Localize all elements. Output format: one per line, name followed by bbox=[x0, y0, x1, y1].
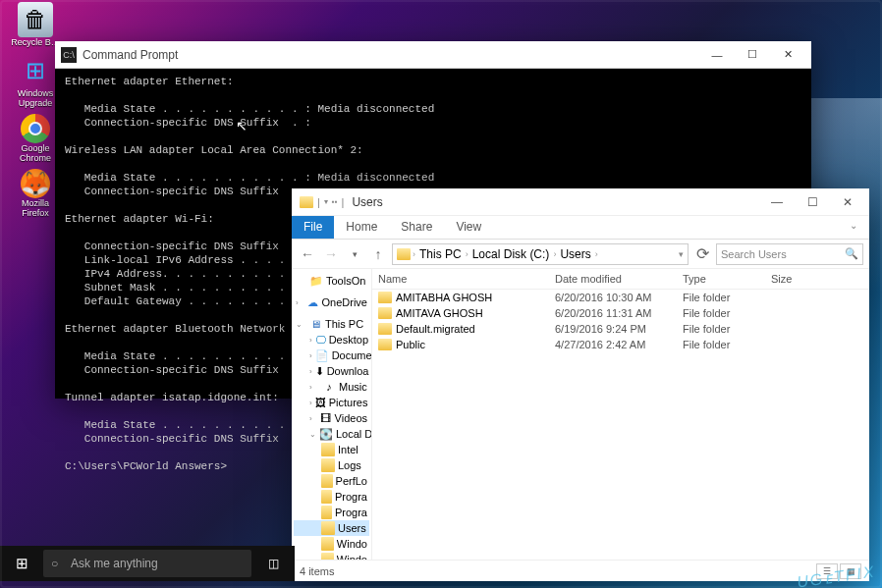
view-details-button[interactable]: ☰ bbox=[816, 563, 838, 579]
close-button[interactable]: ✕ bbox=[770, 41, 805, 69]
chevron-right-icon[interactable]: › bbox=[553, 249, 556, 259]
breadcrumb-folder-icon bbox=[397, 248, 411, 260]
status-text: 4 items bbox=[300, 565, 334, 577]
ribbon-expand-icon[interactable]: ⌄ bbox=[838, 216, 869, 239]
file-type: File folder bbox=[683, 339, 771, 350]
column-size[interactable]: Size bbox=[771, 273, 830, 285]
close-button[interactable]: ✕ bbox=[830, 188, 865, 216]
tree-progra1[interactable]: Progra bbox=[294, 489, 369, 505]
file-date: 6/19/2016 9:24 PM bbox=[555, 323, 683, 335]
explorer-titlebar[interactable]: | ▾ ▪▪ | Users — ☐ ✕ bbox=[292, 188, 869, 216]
task-view-button[interactable]: ◫ bbox=[253, 546, 293, 581]
tree-toolson[interactable]: 📁ToolsOn bbox=[294, 273, 369, 289]
start-button[interactable]: ⊞ bbox=[2, 546, 41, 581]
maximize-button[interactable]: ☐ bbox=[795, 188, 830, 216]
qat-more-icon[interactable]: ▪▪ bbox=[332, 197, 338, 206]
search-input[interactable]: Search Users 🔍 bbox=[716, 243, 863, 265]
tree-downloads[interactable]: ›⬇Downloa bbox=[294, 363, 369, 379]
command-prompt-titlebar[interactable]: C:\ Command Prompt — ☐ ✕ bbox=[55, 41, 811, 69]
ribbon-tabs: File Home Share View ⌄ bbox=[292, 216, 869, 240]
window-title: Command Prompt bbox=[83, 48, 178, 62]
tab-share[interactable]: Share bbox=[389, 216, 444, 239]
breadcrumb-dropdown-icon[interactable]: ▾ bbox=[679, 249, 684, 259]
tree-music[interactable]: ›♪Music bbox=[294, 379, 369, 395]
tree-progra2[interactable]: Progra bbox=[294, 505, 369, 520]
cmd-icon: C:\ bbox=[61, 47, 77, 63]
qat-dropdown-icon[interactable]: ▾ bbox=[324, 197, 328, 206]
tree-videos[interactable]: ›🎞Videos bbox=[294, 410, 369, 426]
taskbar[interactable]: ⊞ ○ Ask me anything ◫ bbox=[0, 546, 295, 581]
chevron-right-icon[interactable]: › bbox=[466, 249, 469, 259]
tree-logs[interactable]: Logs bbox=[294, 457, 369, 473]
breadcrumb-users[interactable]: Users bbox=[558, 247, 592, 261]
tree-label: This PC bbox=[325, 318, 363, 330]
navigation-tree[interactable]: 📁ToolsOn ›☁OneDrive ⌄🖥This PC ›🖵Desktop … bbox=[292, 269, 372, 560]
file-date: 6/20/2016 11:31 AM bbox=[555, 307, 683, 319]
tree-windo1[interactable]: Windo bbox=[294, 536, 369, 552]
window-controls: — ☐ ✕ bbox=[699, 41, 805, 69]
column-name[interactable]: Name bbox=[378, 273, 555, 285]
cortana-search[interactable]: ○ Ask me anything bbox=[43, 550, 251, 577]
status-bar: 4 items ☰ ▦ bbox=[292, 560, 869, 581]
tree-perflo[interactable]: PerfLo bbox=[294, 473, 369, 489]
breadcrumb-this-pc[interactable]: This PC bbox=[417, 247, 464, 261]
file-type: File folder bbox=[683, 307, 771, 319]
tree-users[interactable]: Users bbox=[294, 520, 369, 536]
tab-file[interactable]: File bbox=[292, 216, 334, 239]
tree-this-pc[interactable]: ⌄🖥This PC bbox=[294, 316, 369, 332]
view-large-button[interactable]: ▦ bbox=[840, 563, 861, 579]
list-item[interactable]: AMITAVA GHOSH 6/20/2016 11:31 AM File fo… bbox=[372, 305, 869, 321]
minimize-button[interactable]: — bbox=[699, 41, 735, 69]
tree-label: OneDrive bbox=[322, 296, 367, 308]
tree-label: Users bbox=[338, 522, 366, 534]
windows-icon: ⊞ bbox=[18, 53, 53, 88]
chevron-right-icon[interactable]: › bbox=[413, 249, 415, 259]
breadcrumb-local-disk[interactable]: Local Disk (C:) bbox=[470, 247, 552, 261]
tree-label: Music bbox=[339, 381, 367, 393]
chevron-right-icon[interactable]: › bbox=[595, 249, 598, 259]
list-item[interactable]: Public 4/27/2016 2:42 AM File folder bbox=[372, 337, 869, 352]
tree-desktop[interactable]: ›🖵Desktop bbox=[294, 332, 369, 347]
navigation-bar: ← → ▾ ↑ › This PC › Local Disk (C:) › Us… bbox=[292, 240, 869, 269]
refresh-button[interactable]: ⟳ bbox=[692, 244, 712, 263]
tree-windo2[interactable]: Windo bbox=[294, 552, 369, 560]
tree-label: PerfLo bbox=[336, 475, 367, 487]
back-button[interactable]: ← bbox=[298, 243, 317, 265]
tree-label: Logs bbox=[338, 459, 361, 471]
folder-icon bbox=[378, 292, 392, 303]
tree-local-disk[interactable]: ⌄💽Local Dis bbox=[294, 426, 369, 442]
cortana-icon: ○ bbox=[51, 557, 65, 570]
up-button[interactable]: ↑ bbox=[368, 243, 388, 265]
tree-label: Pictures bbox=[329, 397, 368, 408]
tree-label: Intel bbox=[338, 444, 358, 455]
column-type[interactable]: Type bbox=[683, 273, 771, 285]
column-date[interactable]: Date modified bbox=[555, 273, 683, 285]
chrome-icon bbox=[21, 114, 50, 143]
file-explorer-window[interactable]: | ▾ ▪▪ | Users — ☐ ✕ File Home Share Vie… bbox=[292, 188, 869, 581]
file-name: AMITABHA GHOSH bbox=[396, 292, 492, 303]
tree-onedrive[interactable]: ›☁OneDrive bbox=[294, 294, 369, 310]
file-date: 6/20/2016 10:30 AM bbox=[555, 292, 683, 303]
list-item[interactable]: AMITABHA GHOSH 6/20/2016 10:30 AM File f… bbox=[372, 290, 869, 305]
minimize-button[interactable]: — bbox=[759, 188, 795, 216]
quick-access-toolbar: | ▾ ▪▪ | bbox=[296, 196, 348, 208]
tree-label: Downloa bbox=[327, 365, 369, 377]
file-date: 4/27/2016 2:42 AM bbox=[555, 339, 683, 350]
tree-intel[interactable]: Intel bbox=[294, 442, 369, 457]
breadcrumb[interactable]: › This PC › Local Disk (C:) › Users › ▾ bbox=[392, 243, 689, 265]
tab-home[interactable]: Home bbox=[334, 216, 389, 239]
file-list: Name Date modified Type Size AMITABHA GH… bbox=[372, 269, 869, 560]
recent-dropdown-icon[interactable]: ▾ bbox=[345, 243, 364, 265]
tree-label: Progra bbox=[335, 507, 367, 518]
tree-documents[interactable]: ›📄Docume bbox=[294, 347, 369, 363]
list-item[interactable]: Default.migrated 6/19/2016 9:24 PM File … bbox=[372, 321, 869, 337]
tab-view[interactable]: View bbox=[444, 216, 493, 239]
tree-label: Progra bbox=[335, 491, 367, 503]
file-name: Public bbox=[396, 339, 425, 350]
forward-button[interactable]: → bbox=[321, 243, 341, 265]
tree-label: Desktop bbox=[329, 334, 368, 346]
maximize-button[interactable]: ☐ bbox=[735, 41, 770, 69]
window-title: Users bbox=[352, 195, 382, 209]
tree-pictures[interactable]: ›🖼Pictures bbox=[294, 395, 369, 410]
file-name: Default.migrated bbox=[396, 323, 475, 335]
